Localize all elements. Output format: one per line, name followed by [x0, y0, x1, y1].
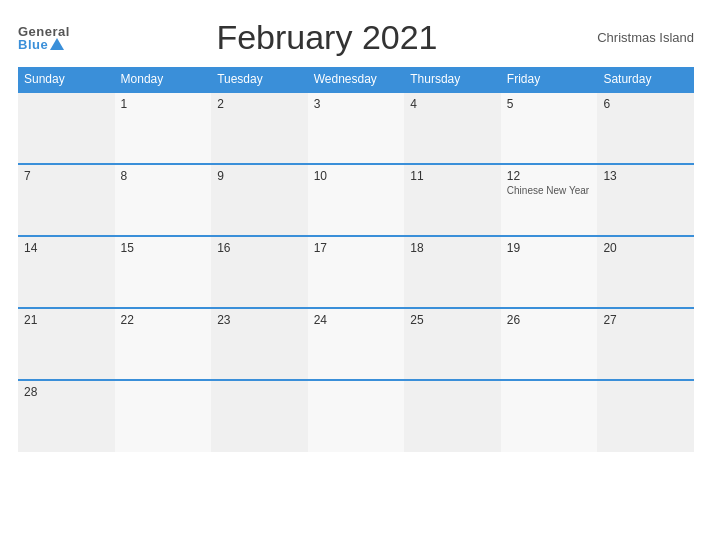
calendar-cell: 5 — [501, 92, 598, 164]
logo-blue-text: Blue — [18, 38, 64, 51]
calendar-cell: 26 — [501, 308, 598, 380]
day-number: 3 — [314, 97, 399, 111]
calendar-cell — [501, 380, 598, 452]
day-number: 11 — [410, 169, 495, 183]
calendar-week-row: 789101112Chinese New Year13 — [18, 164, 694, 236]
day-number: 9 — [217, 169, 302, 183]
calendar-week-row: 28 — [18, 380, 694, 452]
calendar-title: February 2021 — [70, 18, 584, 57]
calendar-week-row: 123456 — [18, 92, 694, 164]
calendar-cell: 6 — [597, 92, 694, 164]
day-number: 18 — [410, 241, 495, 255]
calendar-cell: 21 — [18, 308, 115, 380]
calendar-cell: 28 — [18, 380, 115, 452]
day-number: 4 — [410, 97, 495, 111]
day-number: 23 — [217, 313, 302, 327]
calendar-cell: 2 — [211, 92, 308, 164]
logo-triangle-icon — [50, 38, 64, 50]
day-number: 14 — [24, 241, 109, 255]
calendar-week-row: 21222324252627 — [18, 308, 694, 380]
day-number: 10 — [314, 169, 399, 183]
calendar-page: General Blue February 2021 Christmas Isl… — [0, 0, 712, 550]
calendar-cell: 19 — [501, 236, 598, 308]
calendar-week-row: 14151617181920 — [18, 236, 694, 308]
day-number: 8 — [121, 169, 206, 183]
calendar-cell: 23 — [211, 308, 308, 380]
calendar-cell — [211, 380, 308, 452]
day-number: 6 — [603, 97, 688, 111]
day-number: 28 — [24, 385, 109, 399]
day-number: 2 — [217, 97, 302, 111]
calendar-cell: 13 — [597, 164, 694, 236]
day-number: 27 — [603, 313, 688, 327]
calendar-cell — [597, 380, 694, 452]
calendar-cell: 18 — [404, 236, 501, 308]
calendar-cell: 3 — [308, 92, 405, 164]
calendar-cell — [115, 380, 212, 452]
calendar-cell — [404, 380, 501, 452]
col-monday: Monday — [115, 67, 212, 92]
day-number: 13 — [603, 169, 688, 183]
col-wednesday: Wednesday — [308, 67, 405, 92]
calendar-cell: 20 — [597, 236, 694, 308]
col-friday: Friday — [501, 67, 598, 92]
event-label: Chinese New Year — [507, 185, 592, 196]
col-sunday: Sunday — [18, 67, 115, 92]
calendar-cell: 9 — [211, 164, 308, 236]
calendar-cell: 11 — [404, 164, 501, 236]
calendar-cell — [18, 92, 115, 164]
calendar-cell: 14 — [18, 236, 115, 308]
col-tuesday: Tuesday — [211, 67, 308, 92]
day-number: 25 — [410, 313, 495, 327]
calendar-cell: 4 — [404, 92, 501, 164]
day-number: 20 — [603, 241, 688, 255]
calendar-cell: 25 — [404, 308, 501, 380]
col-thursday: Thursday — [404, 67, 501, 92]
calendar-cell: 27 — [597, 308, 694, 380]
day-number: 21 — [24, 313, 109, 327]
calendar-table: Sunday Monday Tuesday Wednesday Thursday… — [18, 67, 694, 452]
day-number: 22 — [121, 313, 206, 327]
logo: General Blue — [18, 25, 70, 51]
calendar-cell: 12Chinese New Year — [501, 164, 598, 236]
logo-general-text: General — [18, 25, 70, 38]
day-number: 19 — [507, 241, 592, 255]
day-number: 24 — [314, 313, 399, 327]
calendar-cell — [308, 380, 405, 452]
calendar-cell: 7 — [18, 164, 115, 236]
calendar-cell: 24 — [308, 308, 405, 380]
col-saturday: Saturday — [597, 67, 694, 92]
calendar-cell: 16 — [211, 236, 308, 308]
calendar-cell: 22 — [115, 308, 212, 380]
header: General Blue February 2021 Christmas Isl… — [18, 18, 694, 57]
calendar-cell: 1 — [115, 92, 212, 164]
day-number: 5 — [507, 97, 592, 111]
calendar-cell: 15 — [115, 236, 212, 308]
calendar-cell: 10 — [308, 164, 405, 236]
day-number: 26 — [507, 313, 592, 327]
day-number: 16 — [217, 241, 302, 255]
calendar-cell: 17 — [308, 236, 405, 308]
day-number: 17 — [314, 241, 399, 255]
calendar-header-row: Sunday Monday Tuesday Wednesday Thursday… — [18, 67, 694, 92]
region-label: Christmas Island — [584, 30, 694, 45]
calendar-cell: 8 — [115, 164, 212, 236]
day-number: 12 — [507, 169, 592, 183]
day-number: 15 — [121, 241, 206, 255]
day-number: 1 — [121, 97, 206, 111]
day-number: 7 — [24, 169, 109, 183]
